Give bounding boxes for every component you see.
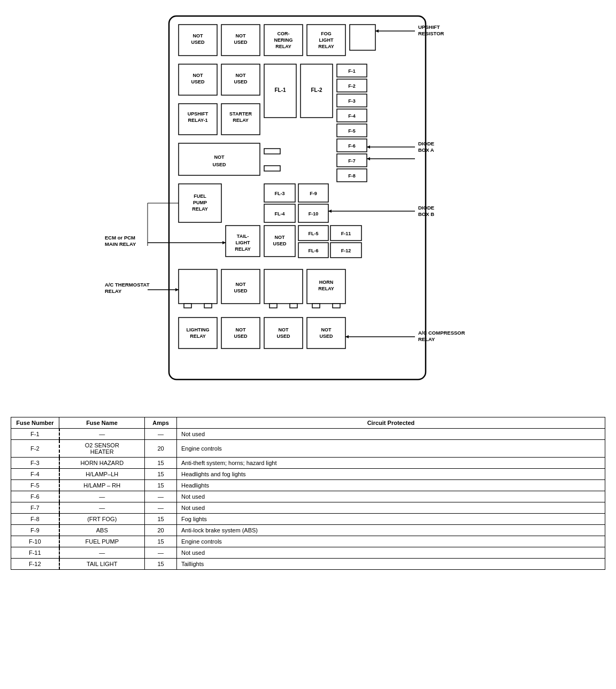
- fuse-name-cell: —: [59, 502, 145, 514]
- fuse-number-cell: F-7: [11, 502, 59, 514]
- fuse-number-cell: F-11: [11, 547, 59, 559]
- svg-text:NOT: NOT: [321, 327, 332, 332]
- svg-text:ECM or PCM: ECM or PCM: [105, 235, 135, 241]
- table-row: F-4H/LAMP–LH15Headlights and fog lights: [11, 469, 605, 480]
- svg-rect-15: [350, 25, 375, 50]
- svg-text:F-2: F-2: [348, 83, 356, 89]
- table-row: F-12TAIL LIGHT15Taillights: [11, 559, 605, 570]
- svg-text:RELAY-1: RELAY-1: [188, 118, 207, 123]
- fuse-circuit-cell: Not used: [177, 491, 605, 502]
- svg-text:NOT: NOT: [236, 73, 247, 78]
- svg-text:USED: USED: [319, 334, 333, 339]
- svg-text:FL-5: FL-5: [309, 231, 319, 236]
- svg-text:LIGHTING: LIGHTING: [187, 327, 210, 332]
- fuse-name-cell: —: [59, 547, 145, 559]
- svg-text:USED: USED: [234, 334, 248, 339]
- svg-text:BOX B: BOX B: [418, 211, 434, 217]
- svg-text:NOT: NOT: [236, 33, 247, 38]
- svg-text:F-11: F-11: [341, 231, 351, 236]
- table-row: F-3HORN HAZARD15Anti-theft system; horns…: [11, 458, 605, 469]
- fuse-name-cell: TAIL LIGHT: [59, 559, 145, 570]
- fuse-number-cell: F-12: [11, 559, 59, 570]
- fuse-number-cell: F-8: [11, 514, 59, 525]
- table-row: F-1——Not used: [11, 429, 605, 440]
- fuse-name-cell: FUEL PUMP: [59, 536, 145, 547]
- fuse-circuit-cell: Fog lights: [177, 514, 605, 525]
- fuse-amps-cell: 20: [145, 525, 177, 536]
- svg-text:F-5: F-5: [348, 128, 356, 134]
- col-circuit-protected: Circuit Protected: [177, 417, 605, 429]
- table-row: F-9ABS20Anti-lock brake system (ABS): [11, 525, 605, 536]
- svg-rect-112: [333, 304, 340, 308]
- svg-text:PUMP: PUMP: [193, 200, 207, 205]
- svg-text:NOT: NOT: [236, 282, 247, 287]
- svg-text:F-7: F-7: [348, 158, 356, 164]
- svg-rect-51: [264, 149, 280, 154]
- fuse-circuit-cell: Anti-theft system; horns; hazard light: [177, 458, 605, 469]
- svg-text:TAIL-: TAIL-: [237, 234, 249, 239]
- svg-text:RELAY: RELAY: [190, 334, 206, 339]
- svg-rect-101: [204, 304, 212, 308]
- svg-text:A/C THERMOSTAT: A/C THERMOSTAT: [105, 282, 150, 288]
- fuse-number-cell: F-1: [11, 429, 59, 440]
- svg-rect-107: [290, 304, 297, 308]
- svg-text:USED: USED: [234, 79, 248, 84]
- svg-text:F-1: F-1: [348, 68, 356, 74]
- svg-text:UPSHIFT: UPSHIFT: [188, 111, 209, 117]
- fuse-circuit-cell: Not used: [177, 502, 605, 514]
- fuse-amps-cell: —: [145, 491, 177, 502]
- svg-rect-111: [312, 304, 320, 308]
- fuse-amps-cell: 15: [145, 536, 177, 547]
- svg-text:MAIN RELAY: MAIN RELAY: [105, 241, 136, 247]
- svg-text:F-10: F-10: [309, 211, 319, 216]
- svg-text:FL-6: FL-6: [309, 248, 319, 253]
- svg-text:A/C COMPRESSOR: A/C COMPRESSOR: [418, 330, 465, 336]
- svg-text:USED: USED: [234, 40, 248, 45]
- table-row: F-7——Not used: [11, 502, 605, 514]
- fuse-name-cell: O2 SENSORHEATER: [59, 440, 145, 458]
- svg-text:LIGHT: LIGHT: [236, 240, 250, 245]
- table-row: F-10FUEL PUMP15Engine controls: [11, 536, 605, 547]
- fuse-circuit-cell: Headlights and fog lights: [177, 469, 605, 480]
- fuse-name-cell: —: [59, 429, 145, 440]
- col-fuse-number: Fuse Number: [11, 417, 59, 429]
- svg-text:F-8: F-8: [348, 173, 356, 179]
- col-amps: Amps: [145, 417, 177, 429]
- svg-text:NOT: NOT: [279, 327, 289, 332]
- fuse-amps-cell: 15: [145, 469, 177, 480]
- fuse-number-cell: F-5: [11, 480, 59, 491]
- svg-text:FL-2: FL-2: [311, 87, 322, 93]
- fuse-circuit-cell: Not used: [177, 429, 605, 440]
- col-fuse-name: Fuse Name: [59, 417, 145, 429]
- svg-rect-106: [270, 304, 277, 308]
- svg-text:USED: USED: [276, 334, 290, 339]
- fuse-number-cell: F-3: [11, 458, 59, 469]
- svg-text:USED: USED: [273, 241, 287, 246]
- fuse-amps-cell: —: [145, 429, 177, 440]
- fuse-amps-cell: 15: [145, 514, 177, 525]
- svg-text:FOG: FOG: [321, 31, 332, 36]
- svg-text:USED: USED: [191, 79, 205, 84]
- fuse-number-cell: F-6: [11, 491, 59, 502]
- fuse-circuit-cell: Not used: [177, 547, 605, 559]
- svg-text:FL-4: FL-4: [275, 211, 285, 216]
- fuse-number-cell: F-10: [11, 536, 59, 547]
- svg-text:NOT: NOT: [275, 235, 286, 240]
- fuse-amps-cell: —: [145, 547, 177, 559]
- svg-text:BOX A: BOX A: [418, 147, 434, 153]
- svg-text:F-6: F-6: [348, 143, 356, 149]
- fuse-box-diagram: NOT USED NOT USED COR- NERING RELAY FOG …: [11, 11, 605, 401]
- svg-rect-100: [184, 304, 191, 308]
- table-row: F-2O2 SENSORHEATER20Engine controls: [11, 440, 605, 458]
- fuse-circuit-cell: Anti-lock brake system (ABS): [177, 525, 605, 536]
- svg-rect-123: [264, 318, 303, 349]
- svg-text:HORN: HORN: [319, 280, 334, 285]
- svg-text:COR-: COR-: [278, 31, 290, 36]
- fuse-circuit-cell: Headlights: [177, 480, 605, 491]
- svg-text:FUEL: FUEL: [194, 193, 206, 199]
- fuse-table: Fuse Number Fuse Name Amps Circuit Prote…: [11, 417, 605, 570]
- svg-text:RELAY: RELAY: [105, 288, 122, 294]
- svg-text:FL-3: FL-3: [275, 191, 285, 196]
- svg-rect-99: [179, 269, 217, 304]
- svg-text:F-3: F-3: [348, 98, 356, 104]
